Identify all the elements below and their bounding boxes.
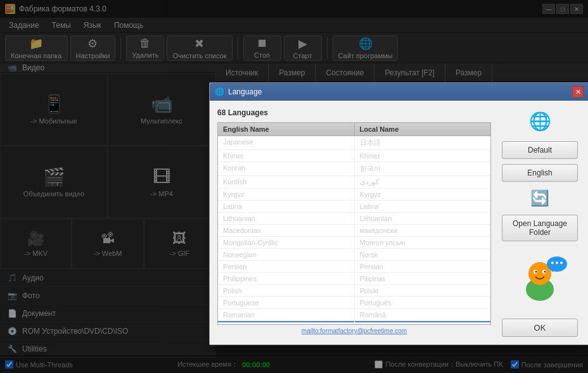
dialog-right: 🌐 Default English 🔄 Open Language Folder [499,108,581,337]
svg-point-8 [551,262,554,264]
lang-english-polish: Polish [218,285,355,296]
dialog-close-button[interactable]: ✕ [572,86,584,98]
lang-local-korean: 한국어 [355,162,491,175]
language-table: English Name Local Name Japanese 日本語 Khm… [217,122,491,325]
lang-english-mongolian: Mongolian-Cyrillic [218,237,355,248]
lang-local-persian: Persian [355,261,491,272]
lang-local-philippines: Pilipinas [355,273,491,284]
svg-point-4 [535,271,537,273]
default-button[interactable]: Default [502,141,578,159]
lang-english-latina: Latina [218,201,355,212]
lang-row-mongolian[interactable]: Mongolian-Cyrillic Монгол улсын [218,237,490,249]
lang-english-lithuanian: Lithuanian [218,213,355,224]
lang-english-norwegian: Norwegian [218,249,355,260]
ok-button[interactable]: OK [502,319,578,337]
lang-row-korean[interactable]: Korean 한국어 [218,162,490,176]
lang-local-norwegian: Norsk [355,249,491,260]
language-dialog: 🌐 Language ✕ 68 Languages English Name L… [209,82,588,345]
table-header: English Name Local Name [218,123,490,136]
dialog-body: 68 Languages English Name Local Name Jap… [210,101,588,345]
dialog-title-label: Language [228,87,262,96]
lang-row-kyrgyz[interactable]: Kyrgyz Kyrgyz [218,189,490,201]
lang-local-russian: Русский [355,321,491,322]
lang-english-philippines: Philippines [218,273,355,284]
lang-row-portuguese[interactable]: Portuguese Português [218,297,490,309]
dialog-left: 68 Languages English Name Local Name Jap… [217,108,491,337]
lang-local-kyrgyz: Kyrgyz [355,189,491,200]
col-english-name: English Name [218,123,355,136]
svg-point-5 [544,271,546,273]
lang-english-kurdish: Kurdish [218,176,355,188]
lang-icon-area: 🔄 [524,187,556,210]
lang-row-russian[interactable]: Russian Русский [218,321,490,322]
lang-local-romanian: Română [355,309,491,320]
lang-row-norwegian[interactable]: Norwegian Norsk [218,249,490,261]
lang-row-khmer[interactable]: Khmer Khmer [218,150,490,162]
lang-row-persian[interactable]: Persian Persian [218,261,490,273]
english-button[interactable]: English [502,164,578,182]
lang-english-persian: Persian [218,261,355,272]
lang-local-portuguese: Português [355,297,491,308]
lang-local-macedonian: македонски [355,225,491,236]
dialog-title: 🌐 Language [215,87,262,96]
open-folder-button[interactable]: Open Language Folder [502,215,578,241]
modal-overlay: 🌐 Language ✕ 68 Languages English Name L… [0,0,588,373]
dialog-title-bar: 🌐 Language ✕ [210,83,588,101]
dialog-icon: 🌐 [215,87,224,96]
lang-local-mongolian: Монгол улсын [355,237,491,248]
lang-english-macedonian: Macedonian [218,225,355,236]
lang-english-korean: Korean [218,162,355,175]
language-list[interactable]: Japanese 日本語 Khmer Khmer Korean 한국어 Ku [218,136,490,322]
lang-english-portuguese: Portuguese [218,297,355,308]
flag-icon-area: 🌐 [524,108,556,134]
mascot [508,251,572,308]
lang-english-russian: Russian [218,321,355,322]
lang-local-latina: Latina [355,201,491,212]
lang-row-latina[interactable]: Latina Latina [218,201,490,213]
lang-row-polish[interactable]: Polish Polski [218,285,490,297]
col-local-name: Local Name [355,123,491,136]
mascot-svg [511,255,568,305]
lang-row-macedonian[interactable]: Macedonian македонски [218,225,490,237]
lang-local-khmer: Khmer [355,150,491,161]
flag-icon: 🌐 [529,111,551,132]
dialog-email[interactable]: mailto:formatfactory@pcfreetime.com [217,325,491,337]
lang-english-kyrgyz: Kyrgyz [218,189,355,200]
lang-local-japanese: 日本語 [355,136,491,149]
lang-row-japanese[interactable]: Japanese 日本語 [218,136,490,150]
lang-english-khmer: Khmer [218,150,355,161]
language-count: 68 Languages [217,108,491,117]
lang-row-philippines[interactable]: Philippines Pilipinas [218,273,490,285]
lang-english-romanian: Romanian [218,309,355,320]
svg-point-9 [556,262,558,264]
lang-row-romanian[interactable]: Romanian Română [218,309,490,321]
lang-english-japanese: Japanese [218,136,355,149]
lang-row-lithuanian[interactable]: Lithuanian Lithuanian [218,213,490,225]
lang-local-polish: Polski [355,285,491,296]
lang-local-kurdish: كوردى [355,176,491,188]
lang-local-lithuanian: Lithuanian [355,213,491,224]
lang-change-icon: 🔄 [530,189,549,207]
lang-row-kurdish[interactable]: Kurdish كوردى [218,176,490,189]
svg-point-10 [560,262,563,264]
